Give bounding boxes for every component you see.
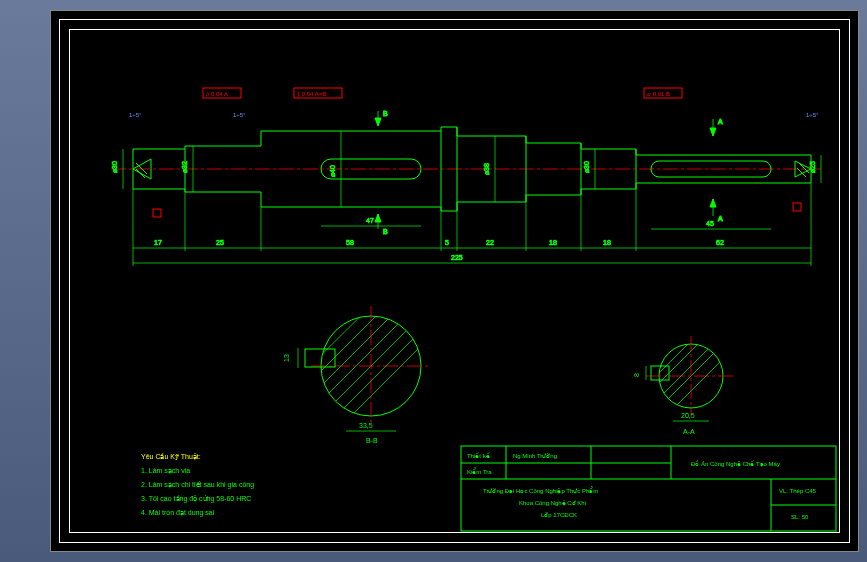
svg-text:22: 22 <box>486 239 494 246</box>
gdnt-frames: // 0.04 A ∥ 0.04 A=B ⌀ 0.01 B <box>153 88 801 217</box>
svg-text:B: B <box>383 228 388 235</box>
svg-text:⌀38: ⌀38 <box>483 163 490 175</box>
svg-line-112 <box>301 286 406 391</box>
section-markers: B B A A <box>375 110 723 235</box>
svg-text:A-A: A-A <box>683 428 695 435</box>
svg-text:33,5: 33,5 <box>359 422 373 429</box>
svg-text:13: 13 <box>283 354 290 362</box>
svg-text:225: 225 <box>451 254 463 261</box>
svg-text:62: 62 <box>716 239 724 246</box>
svg-text:5: 5 <box>445 239 449 246</box>
svg-text:Lớp 17CĐCK: Lớp 17CĐCK <box>541 512 577 518</box>
svg-line-129 <box>646 326 706 386</box>
svg-text:⌀25: ⌀25 <box>809 161 816 173</box>
svg-text:⌀40: ⌀40 <box>329 165 336 177</box>
svg-marker-48 <box>375 214 381 222</box>
svg-marker-54 <box>710 199 716 207</box>
svg-text:1÷5°: 1÷5° <box>129 112 142 118</box>
svg-line-109 <box>311 291 446 426</box>
svg-text:Khoa Công Nghệ Cơ Khí: Khoa Công Nghệ Cơ Khí <box>519 500 587 507</box>
svg-text:⌀ 0.01 B: ⌀ 0.01 B <box>647 91 670 97</box>
svg-rect-62 <box>153 209 161 217</box>
svg-text:Yêu Cầu Kỹ Thuật:: Yêu Cầu Kỹ Thuật: <box>141 453 201 461</box>
svg-text:Đồ Án Công Nghệ Chế Tạo Máy: Đồ Án Công Nghệ Chế Tạo Máy <box>691 460 780 468</box>
svg-text:∥ 0.04 A=B: ∥ 0.04 A=B <box>297 91 326 98</box>
section-bb: B-B 33,5 13 <box>283 286 456 444</box>
svg-text:Trường Đại Học Công Nghiệp Thự: Trường Đại Học Công Nghiệp Thực Phẩm <box>483 486 598 495</box>
svg-text:8: 8 <box>633 373 640 377</box>
svg-text:SL: 50: SL: 50 <box>791 514 809 520</box>
svg-line-127 <box>646 321 721 396</box>
svg-text:47: 47 <box>366 217 374 224</box>
svg-text:1÷5°: 1÷5° <box>233 112 246 118</box>
svg-text:18: 18 <box>603 239 611 246</box>
svg-text:Kiểm Tra: Kiểm Tra <box>467 467 492 475</box>
svg-text:25: 25 <box>216 239 224 246</box>
svg-line-111 <box>301 286 421 406</box>
cad-canvas[interactable]: B B A A // 0.04 A ∥ 0.04 A=B ⌀ 0.01 B 1÷… <box>50 10 859 552</box>
svg-text:1÷5°: 1÷5° <box>806 112 819 118</box>
svg-text:45: 45 <box>706 220 714 227</box>
svg-line-110 <box>316 301 451 436</box>
svg-text:3.    Tôi cao tầng độ cứng 58-: 3. Tôi cao tầng độ cứng 58-60 HRC <box>141 495 251 503</box>
svg-text:⌀30: ⌀30 <box>583 161 590 173</box>
section-aa: A-A 20,5 8 <box>633 321 746 435</box>
svg-text:Thiết kế: Thiết kế <box>467 452 490 459</box>
title-block: Thiết kế Ng Minh Trường Kiểm Tra Đồ Án C… <box>461 446 836 531</box>
svg-text:58: 58 <box>346 239 354 246</box>
svg-rect-63 <box>793 203 801 211</box>
svg-marker-45 <box>375 118 381 126</box>
svg-text:⌀32: ⌀32 <box>181 161 188 173</box>
svg-text:// 0.04 A: // 0.04 A <box>206 91 228 97</box>
svg-text:B-B: B-B <box>366 437 378 444</box>
drawing-svg: B B A A // 0.04 A ∥ 0.04 A=B ⌀ 0.01 B 1÷… <box>51 11 858 551</box>
svg-text:A: A <box>718 215 723 222</box>
svg-text:A: A <box>718 118 723 125</box>
length-dims: 225 17 25 58 5 22 18 18 62 47 45 <box>133 183 811 266</box>
svg-text:17: 17 <box>154 239 162 246</box>
svg-text:18: 18 <box>549 239 557 246</box>
svg-rect-115 <box>305 349 335 367</box>
svg-text:VL: Thép C45: VL: Thép C45 <box>779 488 817 494</box>
svg-line-126 <box>651 326 741 416</box>
svg-text:Ng Minh Trường: Ng Minh Trường <box>513 453 557 459</box>
angle-callouts: 1÷5° 1÷5° 1÷5° <box>129 112 819 118</box>
svg-text:2.    Làm sạch chi tiết sau kh: 2. Làm sạch chi tiết sau khi gia công <box>141 481 254 489</box>
svg-text:⌀30: ⌀30 <box>111 161 118 173</box>
svg-text:4.    Mài tròn đạt dung sai: 4. Mài tròn đạt dung sai <box>141 509 215 517</box>
svg-text:B: B <box>383 110 388 117</box>
svg-line-114 <box>326 311 456 441</box>
svg-text:1.    Làm sạch via: 1. Làm sạch via <box>141 467 190 475</box>
svg-text:20,5: 20,5 <box>681 412 695 419</box>
svg-marker-51 <box>710 128 716 136</box>
svg-line-113 <box>297 286 391 379</box>
tech-notes: Yêu Cầu Kỹ Thuật: 1. Làm sạch via 2. Làm… <box>141 453 254 517</box>
